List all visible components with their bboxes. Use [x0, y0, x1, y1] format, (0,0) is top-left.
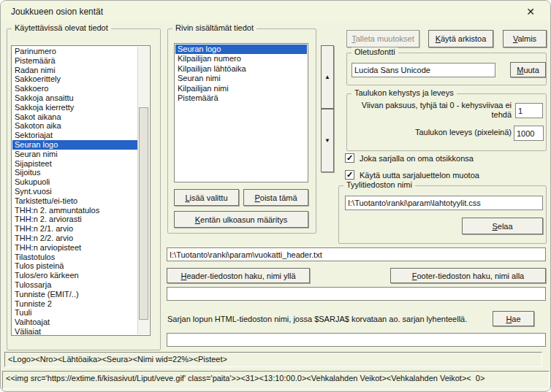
list-item[interactable]: Sakoton aika — [12, 121, 137, 131]
table-width-label: Taulukon leveys (pixeleinä) — [352, 128, 512, 137]
list-item[interactable]: Tunniste 2 — [12, 299, 137, 309]
list-item[interactable]: Kilpailijan lähtöaika — [175, 64, 307, 74]
up-arrow-icon: ▲ — [324, 74, 330, 80]
list-item[interactable]: Seuran logo — [175, 45, 307, 54]
default-font-group-label: Oletusfontti — [352, 47, 398, 56]
list-item[interactable]: Sakkoja ansaittu — [12, 93, 137, 103]
list-item[interactable]: Synt.vuosi — [12, 187, 137, 196]
checkbox-check-icon: ✓ — [345, 170, 354, 180]
row-preview-status: <<img src='https://extime.fi/kisasivut/L… — [2, 371, 550, 389]
table-frame-group: Taulukon kehystys ja leveys Viivan paksu… — [346, 93, 547, 151]
series-end-html-input[interactable] — [167, 333, 546, 347]
down-arrow-icon: ▼ — [324, 137, 330, 144]
window-title: Joukkueen osion kentät — [11, 7, 103, 17]
row-fields-listbox[interactable]: Seuran logoKilpailijan numeroKilpailijan… — [174, 43, 308, 182]
list-item[interactable]: Sakkoja kierretty — [12, 103, 137, 112]
list-item[interactable]: Tilastotulos — [12, 253, 137, 262]
list-item[interactable]: Radan nimi — [12, 66, 137, 75]
list-item[interactable]: THH:n 2/1. arvio — [12, 224, 137, 234]
header-file-button[interactable]: Header-tiedoston haku, nimi yllä — [167, 268, 310, 283]
default-font-group: Oletusfontti Muuta — [346, 53, 547, 85]
table-width-input[interactable] — [514, 126, 544, 141]
own-heading-checkbox-label: Joka sarjalla on oma otsikkonsa — [360, 154, 474, 163]
list-item[interactable]: Tunniste (EMIT/..) — [12, 290, 137, 299]
move-up-button[interactable]: ▲ — [321, 45, 334, 109]
list-item[interactable]: Sektoriajat — [12, 131, 137, 140]
new-series-list-checkbox-label: Käytä uutta sarjaluettelon muotoa — [360, 171, 479, 180]
list-item[interactable]: Sakkoero — [12, 84, 137, 93]
footer-file-input[interactable] — [167, 287, 546, 301]
titlebar: Joukkueen osion kentät ✕ — [1, 1, 550, 23]
browse-button[interactable]: Selaa — [462, 218, 543, 234]
list-item[interactable]: Sijoitus — [12, 168, 137, 177]
list-item[interactable]: Sakkoerittely — [12, 74, 137, 84]
border-thickness-input[interactable] — [515, 103, 543, 118]
field-layout-button[interactable]: Kentän ulkoasun määritys — [174, 211, 308, 228]
list-item[interactable]: Väliajat — [12, 327, 137, 334]
list-item[interactable]: Parinumero — [12, 47, 137, 56]
list-item[interactable]: Seuran logo — [12, 140, 137, 150]
list-item[interactable]: Tuuli — [12, 308, 137, 318]
table-frame-group-label: Taulukon kehystys ja leveys — [352, 88, 457, 97]
series-end-html-label: Sarjan lopun HTML-tiedoston nimi, jossa … — [167, 315, 467, 323]
border-thickness-label: Viivan paksuus, tyhjä tai 0 - kehysviiva… — [352, 101, 512, 119]
list-item[interactable]: Tulossarja — [12, 280, 137, 290]
fetch-button[interactable]: Hae — [493, 311, 534, 326]
style-file-group-label: Tyylitiedoston nimi — [343, 180, 415, 189]
scrollbar[interactable] — [137, 47, 149, 334]
list-item[interactable]: THH:n 2. ammuntatulos — [12, 206, 137, 215]
use-archive-button[interactable]: Käytä arkistoa — [428, 30, 493, 47]
list-item[interactable]: Sakot aikana — [12, 112, 137, 122]
change-font-button[interactable]: Muuta — [510, 62, 546, 77]
list-item[interactable]: Sijapisteet — [12, 159, 137, 169]
own-heading-checkbox[interactable]: ✓ Joka sarjalla on oma otsikkonsa — [345, 153, 474, 163]
new-series-list-checkbox[interactable]: ✓ Käytä uutta sarjaluettelon muotoa — [345, 170, 479, 180]
list-item[interactable]: Tulos/ero kärkeen — [12, 271, 137, 280]
list-item[interactable]: Tarkistettu/ei-tieto — [12, 196, 137, 206]
list-item[interactable]: Tulos pisteinä — [12, 261, 137, 271]
list-item[interactable]: THH:n arviopisteet — [12, 243, 137, 253]
list-item[interactable]: THH:n 2/2. arvio — [12, 234, 137, 243]
dialog-window: Joukkueen osion kentät ✕ Käytettävissä o… — [0, 0, 551, 392]
list-item[interactable]: THH:n 2. arviorasti — [12, 215, 137, 224]
checkbox-check-icon: ✓ — [345, 153, 354, 163]
remove-this-button[interactable]: Poista tämä — [243, 189, 308, 206]
list-item[interactable]: Seuran nimi — [175, 74, 307, 83]
list-item[interactable]: Sukupuoli — [12, 177, 137, 187]
list-item[interactable]: Kilpailijan numero — [175, 54, 307, 64]
style-file-group: Tyylitiedoston nimi Selaa — [338, 185, 547, 244]
available-fields-listbox[interactable]: ParinumeroPistemääräRadan nimiSakkoeritt… — [11, 45, 151, 336]
row-template-status: <Logo><Nro><Lähtöaika><Seura><Nimi wid=2… — [4, 352, 542, 367]
footer-file-button[interactable]: Footer-tiedoston haku, nimi alla — [390, 268, 546, 283]
available-fields-group: Käytettävissä olevat tiedot ParinumeroPi… — [7, 28, 161, 350]
available-fields-group-label: Käytettävissä olevat tiedot — [12, 23, 111, 32]
header-file-input[interactable] — [167, 247, 546, 261]
list-item[interactable]: Pistemäärä — [12, 56, 137, 66]
list-item[interactable]: Kilpailijan nimi — [175, 84, 307, 93]
save-changes-button[interactable]: Talleta muutokset — [346, 30, 419, 47]
style-file-input[interactable] — [345, 196, 543, 210]
list-item[interactable]: Seuran nimi — [12, 150, 137, 159]
scrollbar-thumb[interactable] — [139, 107, 148, 320]
row-fields-group: Rivin sisältämät tiedot Seuran logoKilpa… — [167, 28, 316, 234]
default-font-input[interactable] — [352, 63, 495, 77]
add-selected-button[interactable]: Lisää valittu — [174, 189, 239, 206]
done-button[interactable]: Valmis — [503, 30, 547, 47]
move-down-button[interactable]: ▼ — [321, 109, 334, 172]
list-item[interactable]: Vaihtoajat — [12, 318, 137, 327]
list-item[interactable]: Pistemäärä — [175, 93, 307, 103]
row-fields-group-label: Rivin sisältämät tiedot — [172, 23, 256, 32]
close-icon[interactable]: ✕ — [520, 4, 542, 20]
